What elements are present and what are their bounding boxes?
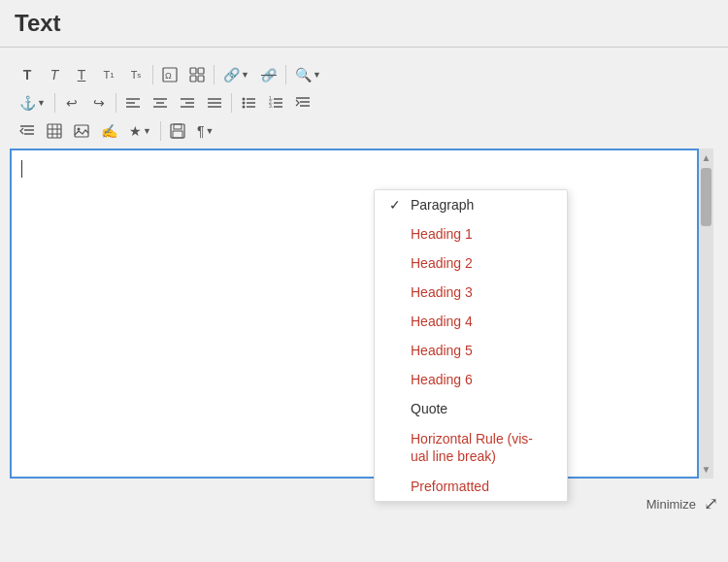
unlink-button[interactable]: 🔗 bbox=[256, 62, 281, 87]
divider bbox=[214, 65, 215, 84]
signature-button[interactable]: ✍ bbox=[96, 118, 122, 144]
expand-icon[interactable]: ⤢ bbox=[704, 493, 718, 514]
underline-button[interactable]: T bbox=[69, 62, 94, 87]
divider bbox=[116, 93, 116, 113]
dropdown-item-paragraph[interactable]: ✓ Paragraph bbox=[375, 190, 567, 219]
dropdown-item-quote[interactable]: Quote bbox=[375, 394, 567, 423]
svg-point-20 bbox=[242, 102, 245, 105]
minimize-button[interactable]: Minimize bbox=[646, 497, 696, 512]
svg-point-18 bbox=[242, 98, 245, 101]
special-char2-button[interactable] bbox=[184, 62, 210, 87]
subscript-button[interactable]: T1 bbox=[96, 62, 121, 87]
toolbar-row-1: T T T T1 Ts Ω 🔗▼ 🔗 🔍▼ bbox=[15, 62, 709, 87]
divider bbox=[285, 65, 286, 84]
paragraph-format-dropdown: ✓ Paragraph Heading 1 Heading 2 Heading … bbox=[374, 189, 568, 502]
bottom-bar: Minimize ⤢ bbox=[0, 488, 728, 519]
svg-text:Ω: Ω bbox=[165, 71, 172, 81]
svg-rect-45 bbox=[173, 131, 182, 138]
cursor bbox=[21, 160, 22, 178]
align-left-button[interactable] bbox=[120, 90, 146, 116]
scroll-up-arrow[interactable]: ▲ bbox=[700, 150, 713, 165]
check-icon: ✓ bbox=[389, 197, 403, 213]
dropdown-item-label: Heading 1 bbox=[411, 226, 473, 242]
indent-button[interactable] bbox=[290, 90, 315, 116]
superscript-button[interactable]: Ts bbox=[123, 62, 149, 87]
divider bbox=[54, 93, 55, 113]
svg-point-42 bbox=[78, 128, 81, 131]
svg-rect-3 bbox=[198, 68, 204, 74]
svg-rect-44 bbox=[174, 124, 182, 129]
ol-button[interactable]: 1.2.3. bbox=[263, 90, 288, 116]
svg-rect-4 bbox=[190, 76, 196, 82]
dropdown-item-heading3[interactable]: Heading 3 bbox=[375, 278, 567, 307]
align-right-button[interactable] bbox=[175, 90, 200, 116]
undo-button[interactable]: ↩ bbox=[59, 90, 84, 116]
outdent-button[interactable] bbox=[15, 118, 40, 144]
paragraph-format-button[interactable]: ¶▼ bbox=[192, 118, 218, 144]
dropdown-item-label: Heading 3 bbox=[411, 284, 473, 300]
link-button[interactable]: 🔗▼ bbox=[218, 62, 254, 87]
svg-rect-5 bbox=[198, 76, 204, 82]
dropdown-item-label: Quote bbox=[411, 401, 447, 416]
dropdown-item-heading6[interactable]: Heading 6 bbox=[375, 365, 567, 394]
page-title: Text bbox=[0, 0, 728, 48]
toolbar: T T T T1 Ts Ω 🔗▼ 🔗 🔍▼ ⚓▼ ↩ ↪ bbox=[10, 57, 713, 149]
svg-point-22 bbox=[242, 106, 245, 109]
toolbar-row-2: ⚓▼ ↩ ↪ 1.2.3. bbox=[15, 90, 709, 116]
divider bbox=[160, 121, 161, 141]
star-button[interactable]: ★▼ bbox=[124, 118, 156, 144]
dropdown-item-label: Heading 5 bbox=[411, 343, 473, 358]
align-center-button[interactable] bbox=[148, 90, 173, 116]
scroll-down-arrow[interactable]: ▼ bbox=[700, 462, 713, 477]
scrollbar-track: ▲ ▼ bbox=[699, 149, 713, 479]
svg-rect-36 bbox=[48, 124, 61, 138]
dropdown-item-label: Heading 2 bbox=[411, 255, 473, 271]
dropdown-item-heading4[interactable]: Heading 4 bbox=[375, 307, 567, 336]
dropdown-item-label: Heading 6 bbox=[411, 372, 473, 387]
table-button[interactable] bbox=[42, 118, 67, 144]
save-template-button[interactable] bbox=[165, 118, 190, 144]
dropdown-item-heading2[interactable]: Heading 2 bbox=[375, 248, 567, 278]
scrollbar-thumb[interactable] bbox=[701, 168, 711, 226]
dropdown-item-label: Horizontal Rule (vis- ual line break) bbox=[411, 430, 533, 465]
divider bbox=[152, 65, 153, 84]
italic-button[interactable]: T bbox=[42, 62, 67, 87]
dropdown-item-label: Preformatted bbox=[411, 479, 489, 494]
svg-text:3.: 3. bbox=[269, 103, 273, 109]
dropdown-item-hr[interactable]: Horizontal Rule (vis- ual line break) bbox=[375, 423, 567, 472]
toolbar-row-3: ✍ ★▼ ¶▼ bbox=[15, 118, 709, 144]
bold-button[interactable]: T bbox=[15, 62, 40, 87]
align-justify-button[interactable] bbox=[202, 90, 227, 116]
dropdown-item-heading1[interactable]: Heading 1 bbox=[375, 219, 567, 248]
search-button[interactable]: 🔍▼ bbox=[290, 62, 326, 87]
image-button[interactable] bbox=[69, 118, 94, 144]
editor-wrapper: ▲ ▼ bbox=[10, 149, 713, 479]
dropdown-item-pre[interactable]: Preformatted bbox=[375, 472, 567, 501]
special-char-button[interactable]: Ω bbox=[157, 62, 182, 87]
ul-button[interactable] bbox=[236, 90, 261, 116]
divider bbox=[231, 93, 232, 113]
redo-button[interactable]: ↪ bbox=[86, 90, 112, 116]
dropdown-item-label: Heading 4 bbox=[411, 314, 473, 329]
anchor-button[interactable]: ⚓▼ bbox=[15, 90, 50, 116]
dropdown-item-heading5[interactable]: Heading 5 bbox=[375, 336, 567, 365]
editor-container: T T T T1 Ts Ω 🔗▼ 🔗 🔍▼ ⚓▼ ↩ ↪ bbox=[10, 57, 713, 479]
svg-rect-2 bbox=[190, 68, 196, 74]
editor-area[interactable] bbox=[10, 149, 699, 479]
dropdown-item-label: Paragraph bbox=[411, 197, 474, 213]
